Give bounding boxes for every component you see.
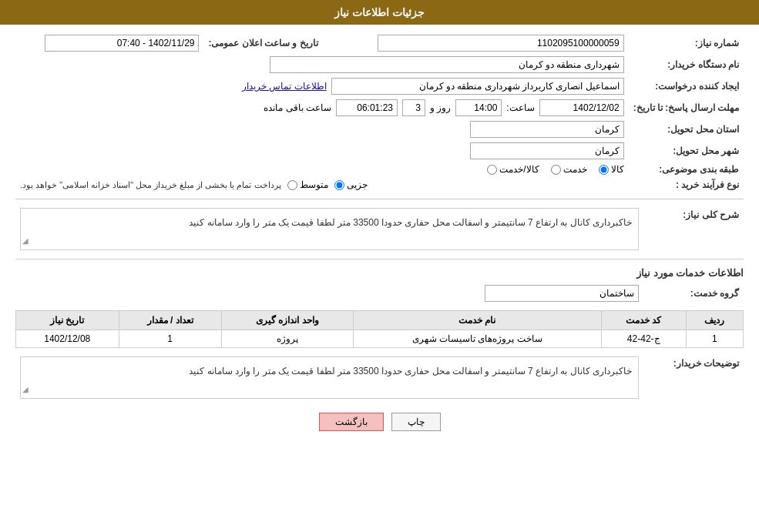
services-section-title: اطلاعات خدمات مورد نیاز <box>15 267 744 279</box>
button-row: چاپ بازگشت <box>15 413 744 431</box>
created-by-label: ایجاد کننده درخواست: <box>629 75 744 97</box>
col-service-code: کد خدمت <box>601 311 686 330</box>
requester-org-input[interactable] <box>270 56 624 73</box>
deadline-label: مهلت ارسال پاسخ: تا تاریخ: <box>629 97 744 119</box>
category-radio-kala: کالا <box>599 164 624 175</box>
buyer-desc-box: خاکبرداری کانال به ارتفاع 7 سانتیمتر و ا… <box>20 356 639 399</box>
cell-service-code: ج-42-42 <box>601 330 686 348</box>
table-header-row: ردیف کد خدمت نام خدمت واحد اندازه گیری ت… <box>16 311 744 330</box>
need-description-label: شرح کلی نیاز: <box>643 206 744 253</box>
page-header: جزئیات اطلاعات نیاز <box>0 0 759 25</box>
content-area: شماره نیاز: تاریخ و ساعت اعلان عمومی: نا… <box>0 25 759 447</box>
deadline-days-label: روز و <box>430 102 451 113</box>
services-data-table: ردیف کد خدمت نام خدمت واحد اندازه گیری ت… <box>15 310 744 348</box>
category-radio2-input[interactable] <box>551 165 561 175</box>
form-row-request-number: شماره نیاز: تاریخ و ساعت اعلان عمومی: <box>15 32 744 54</box>
cell-need-date: 1402/12/08 <box>16 330 119 348</box>
category-radio3-input[interactable] <box>487 165 497 175</box>
deadline-row: ساعت: روز و ساعت باقی مانده <box>20 99 624 116</box>
col-need-date: تاریخ نیاز <box>16 311 119 330</box>
form-row-service-group: گروه خدمت: <box>15 283 744 304</box>
divider-2 <box>15 259 744 259</box>
form-row-province: استان محل تحویل: <box>15 119 744 140</box>
requester-org-label: نام دستگاه خریدار: <box>629 54 744 75</box>
process-radio1-input[interactable] <box>334 180 344 190</box>
buyer-desc-text: خاکبرداری کانال به ارتفاع 7 سانتیمتر و ا… <box>189 366 632 376</box>
cell-quantity: 1 <box>119 330 221 348</box>
form-row-category: طبقه بندی موضوعی: کالا/خدمت خدمت <box>15 162 744 177</box>
date-label: تاریخ و ساعت اعلان عمومی: <box>203 32 333 54</box>
process-radio1-label: جزیی <box>347 179 368 190</box>
category-radio2-label: خدمت <box>563 164 587 175</box>
print-button[interactable]: چاپ <box>391 413 441 431</box>
created-by-row: اطلاعات تماس خریدار <box>20 78 624 95</box>
process-radio2-label: متوسط <box>300 179 328 190</box>
category-radio-kala-khidmat: کالا/خدمت <box>487 164 539 175</box>
service-group-label: گروه خدمت: <box>643 283 744 304</box>
main-form-table: شماره نیاز: تاریخ و ساعت اعلان عمومی: نا… <box>15 32 744 192</box>
deadline-time-label: ساعت: <box>506 102 534 113</box>
process-radio2-input[interactable] <box>287 180 297 190</box>
process-row: پرداخت تمام یا بخشی از مبلغ خریداز محل "… <box>20 179 624 190</box>
buyer-desc-table: توضیحات خریدار: خاکبرداری کانال به ارتفا… <box>15 354 744 401</box>
province-input[interactable] <box>470 121 624 138</box>
col-quantity: تعداد / مقدار <box>119 311 221 330</box>
process-note: پرداخت تمام یا بخشی از مبلغ خریداز محل "… <box>20 180 281 190</box>
col-row-num: ردیف <box>686 311 743 330</box>
process-radio-medium: متوسط <box>287 179 328 190</box>
description-table: شرح کلی نیاز: خاکبرداری کانال به ارتفاع … <box>15 206 744 253</box>
form-row-created-by: ایجاد کننده درخواست: اطلاعات تماس خریدار <box>15 75 744 97</box>
category-radio-group: کالا/خدمت خدمت کالا <box>20 164 624 175</box>
deadline-remaining-input[interactable] <box>336 99 398 116</box>
form-row-need-description: شرح کلی نیاز: خاکبرداری کانال به ارتفاع … <box>15 206 744 253</box>
request-number-input[interactable] <box>378 35 624 52</box>
col-unit: واحد اندازه گیری <box>221 311 353 330</box>
divider-1 <box>15 199 744 199</box>
table-row: 1 ج-42-42 ساخت پروژه‌های تاسیسات شهری پر… <box>16 330 744 348</box>
buyer-desc-label: توضیحات خریدار: <box>643 354 744 401</box>
deadline-date-input[interactable] <box>539 99 624 116</box>
page-wrapper: جزئیات اطلاعات نیاز شماره نیاز: تاریخ و … <box>0 0 759 532</box>
date-input[interactable] <box>45 35 199 52</box>
form-row-buyer-desc: توضیحات خریدار: خاکبرداری کانال به ارتفا… <box>15 354 744 401</box>
created-by-input[interactable] <box>331 78 624 95</box>
process-radio-small: جزیی <box>334 179 368 190</box>
cell-service-name: ساخت پروژه‌های تاسیسات شهری <box>353 330 601 348</box>
service-group-table: گروه خدمت: <box>15 283 744 304</box>
back-button[interactable]: بازگشت <box>319 413 384 431</box>
category-radio-khidmat: خدمت <box>551 164 587 175</box>
category-radio1-input[interactable] <box>599 165 609 175</box>
col-service-name: نام خدمت <box>353 311 601 330</box>
need-description-text: خاکبرداری کانال به ارتفاع 7 سانتیمتر و ا… <box>189 217 632 228</box>
form-row-requester-org: نام دستگاه خریدار: <box>15 54 744 75</box>
process-label: نوع فرآیند خرید : <box>629 177 744 192</box>
deadline-remaining-label: ساعت باقی مانده <box>264 102 331 113</box>
city-label: شهر محل تحویل: <box>629 140 744 162</box>
province-label: استان محل تحویل: <box>629 119 744 140</box>
cell-unit: پروژه <box>221 330 353 348</box>
category-radio1-label: کالا <box>611 164 624 175</box>
form-row-city: شهر محل تحویل: <box>15 140 744 162</box>
deadline-time-input[interactable] <box>455 99 502 116</box>
deadline-days-input[interactable] <box>402 99 425 116</box>
resize-icon: ◢ <box>22 234 29 248</box>
page-title: جزئیات اطلاعات نیاز <box>334 6 425 18</box>
form-row-process: نوع فرآیند خرید : پرداخت تمام یا بخشی از… <box>15 177 744 192</box>
form-row-deadline: مهلت ارسال پاسخ: تا تاریخ: ساعت: روز و س… <box>15 97 744 119</box>
service-group-input[interactable] <box>485 285 639 302</box>
city-input[interactable] <box>470 142 624 159</box>
request-number-label: شماره نیاز: <box>629 32 744 54</box>
resize-icon-2: ◢ <box>22 383 29 396</box>
contact-info-link[interactable]: اطلاعات تماس خریدار <box>242 81 327 92</box>
category-radio3-label: کالا/خدمت <box>499 164 539 175</box>
need-description-box: خاکبرداری کانال به ارتفاع 7 سانتیمتر و ا… <box>20 208 639 250</box>
cell-row-num: 1 <box>686 330 743 348</box>
category-label: طبقه بندی موضوعی: <box>629 162 744 177</box>
